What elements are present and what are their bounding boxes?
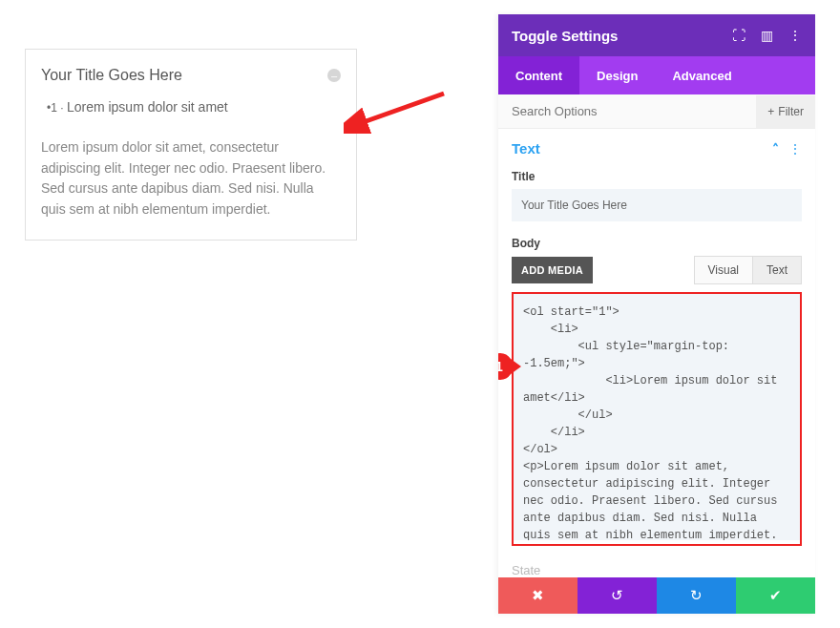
panel-title: Toggle Settings (512, 28, 618, 44)
header-icons: ⛶ ▥ ⋮ (732, 28, 802, 43)
preview-title-row: Your Title Goes Here – (41, 67, 341, 84)
plus-icon: + (767, 105, 774, 118)
annotation-arrow (344, 86, 449, 134)
action-bar: ✖ ↺ ↻ ✔ (498, 577, 815, 614)
code-area-highlight: 1 (512, 292, 802, 546)
editor-tab-visual[interactable]: Visual (694, 256, 753, 284)
toggle-preview: Your Title Goes Here – Lorem ipsum dolor… (25, 49, 357, 241)
section-head: Text ˄ ⋮ (512, 140, 802, 157)
preview-list: Lorem ipsum dolor sit amet (41, 99, 341, 115)
preview-title: Your Title Goes Here (41, 67, 182, 84)
filter-label: Filter (778, 105, 804, 118)
settings-panel: Toggle Settings ⛶ ▥ ⋮ Content Design Adv… (498, 14, 815, 614)
tab-advanced[interactable]: Advanced (655, 56, 748, 94)
panel-body: Text ˄ ⋮ Title Body ADD MEDIA Visual Tex… (498, 129, 815, 577)
expand-icon[interactable]: ⛶ (732, 28, 746, 43)
redo-button[interactable]: ↻ (657, 577, 736, 614)
more-icon[interactable]: ⋮ (788, 28, 802, 43)
panel-header: Toggle Settings ⛶ ▥ ⋮ (498, 14, 815, 56)
preview-body: Lorem ipsum dolor sit amet, consectetur … (41, 137, 341, 220)
main-tabs: Content Design Advanced (498, 56, 815, 94)
section-title: Text (512, 140, 540, 157)
cancel-button[interactable]: ✖ (498, 577, 578, 614)
title-label: Title (512, 170, 802, 183)
state-label: State (512, 559, 802, 577)
editor-tabs: Visual Text (694, 256, 802, 284)
responsive-icon[interactable]: ▥ (761, 28, 773, 43)
add-media-button[interactable]: ADD MEDIA (512, 257, 593, 283)
body-label: Body (512, 237, 802, 250)
body-controls: ADD MEDIA Visual Text (512, 256, 802, 284)
search-row: + Filter (498, 94, 815, 129)
undo-button[interactable]: ↺ (578, 577, 657, 614)
save-button[interactable]: ✔ (736, 577, 815, 614)
tab-content[interactable]: Content (498, 56, 579, 94)
annotation-callout: 1 (498, 353, 521, 380)
section-more-icon[interactable]: ⋮ (788, 141, 802, 157)
svg-line-0 (358, 94, 444, 124)
tab-design[interactable]: Design (579, 56, 655, 94)
editor-tab-text[interactable]: Text (753, 256, 802, 284)
search-input[interactable] (498, 94, 756, 128)
collapse-icon[interactable]: – (327, 69, 341, 82)
collapse-section-icon[interactable]: ˄ (772, 141, 779, 157)
filter-button[interactable]: + Filter (756, 95, 815, 128)
annotation-number: 1 (498, 359, 503, 374)
list-item: Lorem ipsum dolor sit amet (47, 99, 341, 115)
body-code-textarea[interactable] (514, 294, 800, 540)
title-input[interactable] (512, 189, 802, 221)
